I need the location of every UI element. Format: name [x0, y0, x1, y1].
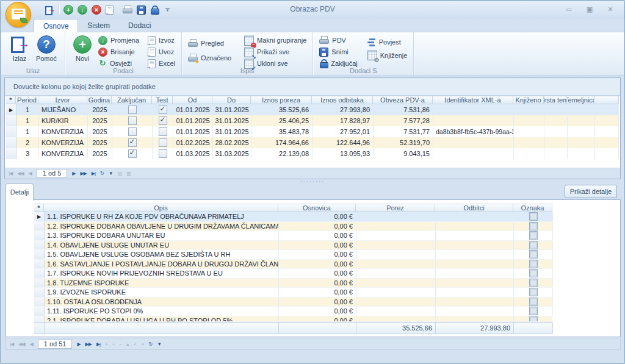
col-header-temeljnica[interactable]: Temeljnica — [567, 96, 594, 104]
col-header-odbitci[interactable]: Odbitci — [435, 204, 513, 212]
next-record-icon[interactable]: ▶ — [77, 340, 80, 349]
splitter-handle[interactable]: ········ — [1, 179, 624, 184]
table-row[interactable]: 1.5. OBAVLJENE USLUGE OSOBAMA BEZ SJEDIŠ… — [34, 250, 552, 260]
table-row[interactable]: 1.8. TUZEMNE ISPORUKE0,00 € — [34, 279, 552, 288]
table-row[interactable]: 1.4. OBAVLJENE USLUGE UNUTAR EU0,00 € — [34, 241, 552, 251]
checkbox-oznaka[interactable] — [529, 231, 538, 240]
checkbox-test[interactable] — [159, 138, 167, 147]
col-header-vrsta[interactable]: Vrsta tem. — [544, 96, 567, 104]
next-page-icon[interactable]: ▶▶ — [85, 340, 92, 349]
table-row[interactable]: 2KONVERZIJA202501.02.202528.02.2025174.9… — [6, 137, 619, 148]
end-edit-icon[interactable]: ✓ — [133, 340, 137, 349]
table-row[interactable]: 1.9. IZVOZNE ISPORUKE0,00 € — [34, 288, 552, 298]
col-header-opis[interactable]: Opis — [44, 204, 278, 212]
table-row[interactable]: 1.11. ISPORUKE PO STOPI 0%0,00 € — [34, 307, 552, 316]
povjest-button[interactable]: Povjest — [365, 37, 410, 48]
tab-sistem[interactable]: Sistem — [78, 19, 119, 32]
checkbox-oznaka[interactable] — [529, 288, 538, 296]
prev-record-icon[interactable]: ◀ — [29, 169, 32, 178]
checkbox-zakljucan[interactable] — [128, 149, 137, 158]
minimize-button[interactable] — [563, 5, 574, 14]
col-header-iznos_poreza[interactable]: Iznos poreza — [251, 96, 312, 104]
edit-icon[interactable]: ▴ — [126, 340, 128, 349]
table-row[interactable]: 3KONVERZIJA202501.03.202531.03.202522.13… — [6, 148, 619, 159]
checkbox-zakljucan[interactable] — [128, 116, 137, 125]
table-row[interactable]: 1.3. ISPORUKE DOBARA UNUTAR EU0,00 € — [34, 231, 552, 241]
table-row[interactable]: 1.6. SASTAVLJANJE I POSTAVLJANJE DOBARA … — [34, 260, 552, 269]
checkbox-oznaka[interactable] — [529, 269, 538, 277]
col-header-od[interactable]: Od — [173, 96, 212, 104]
last-record-icon[interactable]: ▶| — [96, 340, 100, 349]
col-header-period[interactable]: Period — [16, 96, 38, 104]
checkbox-zakljucan[interactable] — [128, 105, 137, 114]
pdv-button[interactable]: PDV — [317, 35, 359, 46]
tab-detalji[interactable]: Detalji — [5, 184, 34, 201]
checkbox-test[interactable] — [159, 105, 167, 114]
checkbox-oznaka[interactable] — [529, 279, 538, 287]
refresh-icon[interactable]: ↻ — [149, 340, 153, 349]
customize-icon[interactable]: ▥ — [126, 169, 131, 178]
prev-page-icon[interactable]: ◀◀ — [18, 340, 24, 349]
prev-page-icon[interactable]: ◀◀ — [17, 169, 23, 178]
first-record-icon[interactable]: |◀ — [9, 169, 12, 178]
makni-grupiranje-button[interactable]: −Makni grupiranje — [242, 35, 309, 46]
col-header-iznos_odbitaka[interactable]: Iznos odbitaka — [312, 96, 373, 104]
maximize-button[interactable] — [584, 5, 595, 14]
close-button[interactable] — [605, 5, 616, 14]
col-header-do[interactable]: Do — [212, 96, 251, 104]
checkbox-oznaka[interactable] — [529, 298, 538, 306]
checkbox-oznaka[interactable] — [529, 212, 538, 221]
edit-filter-icon[interactable]: ▤ — [118, 169, 122, 178]
uvoz-button[interactable]: →Uvoz — [145, 46, 178, 57]
checkbox-oznaka[interactable] — [529, 222, 538, 230]
checkbox-test[interactable] — [159, 149, 167, 158]
table-row[interactable]: 1.10. OSTALA OSLOBOĐENJA0,00 € — [34, 298, 552, 307]
table-row[interactable]: 1.2. ISPORUKE DOBARA OBAVLJENE U DRUGIM … — [34, 222, 552, 232]
izlaz-button[interactable]: → Izlaz — [6, 34, 33, 62]
table-row[interactable]: 1.7. ISPORUKE NOVIH PRIJEVOZNIH SREDSTAV… — [34, 269, 552, 279]
table-row[interactable]: 1KONVERZIJA202501.01.202531.01.202535.48… — [6, 126, 619, 137]
col-header-izvor[interactable]: Izvor — [38, 96, 87, 104]
first-record-icon[interactable]: |◀ — [10, 340, 13, 349]
col-header-knjizeno[interactable]: Knjiženo — [513, 96, 544, 104]
pregled-button[interactable]: Pregled — [186, 38, 237, 49]
group-by-panel[interactable]: Dovucite kolonu po kojoj želite grupirat… — [5, 78, 620, 96]
col-header-porez[interactable]: Porez — [356, 204, 435, 212]
col-header-oznaka[interactable]: Oznaka — [513, 204, 552, 212]
refresh-icon[interactable]: ↻ — [100, 169, 104, 178]
col-header-test[interactable]: Test — [152, 96, 173, 104]
last-record-icon[interactable]: ▶| — [92, 169, 95, 178]
table-row[interactable]: ▶1MIJEŠANO202501.01.202531.01.202535.525… — [6, 104, 619, 115]
col-header-xml[interactable]: Identifikator XML-a — [433, 96, 513, 104]
append-child-icon[interactable]: + — [112, 340, 115, 349]
col-header-osnovica[interactable]: Osnovica — [278, 204, 356, 212]
prev-record-icon[interactable]: ◀ — [30, 340, 33, 349]
promjena-button[interactable]: ↓Promjena — [96, 35, 142, 46]
next-record-icon[interactable]: ▶ — [72, 169, 75, 178]
checkbox-oznaka[interactable] — [529, 241, 538, 249]
table-row[interactable]: 2.1. ISPORUKE DOBARA I USLUGA U RH PO ST… — [34, 316, 552, 322]
delete-icon[interactable]: − — [119, 340, 121, 349]
oznaceno-button[interactable]: ★Označeno — [186, 52, 237, 63]
table-row[interactable]: ▶1.1. ISPORUKE U RH ZA KOJE PDV OBRAČUNA… — [34, 212, 552, 222]
next-page-icon[interactable]: ▶▶ — [80, 169, 86, 178]
checkbox-zakljucan[interactable] — [128, 138, 137, 147]
checkbox-zakljucan[interactable] — [128, 127, 137, 136]
app-menu-button[interactable] — [5, 2, 31, 27]
tab-dodaci[interactable]: Dodaci — [119, 19, 160, 32]
snimi-button[interactable]: Snimi — [317, 46, 359, 57]
prikazi-sve-button[interactable]: ↘Prikaži sve — [242, 46, 309, 57]
checkbox-test[interactable] — [159, 116, 167, 125]
pomoc-button[interactable]: ? Pomoć — [33, 34, 60, 62]
col-header-obveza_pdv[interactable]: Obveza PDV-a — [373, 96, 433, 104]
checkbox-test[interactable] — [159, 127, 167, 136]
checkbox-oznaka[interactable] — [529, 307, 538, 315]
novi-button[interactable]: + Novi — [69, 34, 96, 62]
izvoz-button[interactable]: →Izvoz — [145, 35, 178, 46]
checkbox-oznaka[interactable] — [529, 260, 538, 268]
show-details-button[interactable]: Prikaži detalje — [565, 185, 617, 198]
append-icon[interactable]: + — [105, 340, 107, 349]
cancel-edit-icon[interactable]: × — [142, 340, 144, 349]
checkbox-oznaka[interactable] — [529, 316, 538, 321]
col-header-zakljucan[interactable]: Zaključan — [112, 96, 152, 104]
